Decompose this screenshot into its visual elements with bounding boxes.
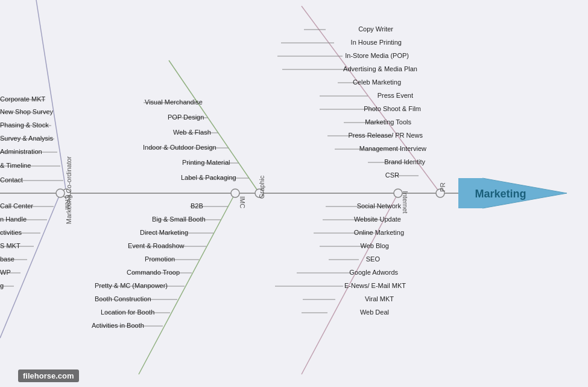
- svg-text:Marketing Co-ordinator: Marketing Co-ordinator: [65, 156, 72, 224]
- svg-text:Marketing: Marketing: [475, 188, 526, 200]
- label-copy-writer: Copy Writer: [358, 25, 393, 33]
- label-location-booth: Location for Booth: [101, 309, 154, 316]
- label-b2b: B2B: [191, 202, 203, 209]
- fishbone-svg: Marketing Co-ordinator Graphic PR CRM IM…: [0, 0, 588, 387]
- label-phasing: Phasing & Stock: [0, 121, 49, 129]
- label-press-release: Press Release/ PR News: [349, 132, 423, 139]
- label-photo-shoot: Photo Shoot & Film: [364, 105, 421, 112]
- label-corp-mkt: Corporate MKT: [0, 95, 45, 103]
- label-label-packaging: Label & Packaging: [181, 174, 236, 181]
- label-booth-construction: Booth Construction: [95, 295, 151, 302]
- label-promotion: Promotion: [145, 255, 175, 263]
- label-brand-identity: Brand Identity: [384, 158, 425, 165]
- label-web-deal: Web Deal: [360, 309, 389, 316]
- label-in-store-media: In-Store Media (POP): [345, 52, 409, 59]
- svg-text:Internet: Internet: [402, 191, 409, 213]
- svg-point-66: [394, 189, 402, 197]
- diagram-canvas: Marketing Co-ordinator Graphic PR CRM IM…: [0, 0, 588, 387]
- label-timeline: & Timeline: [0, 162, 31, 169]
- label-seo: SEO: [366, 255, 380, 263]
- label-event-roadshow: Event & Roadshow: [128, 242, 185, 249]
- label-wp: WP: [0, 269, 11, 276]
- label-g: g: [0, 282, 4, 289]
- label-activities: ctivities: [0, 229, 22, 236]
- svg-point-65: [231, 189, 239, 197]
- label-printing-material: Printing Material: [182, 159, 230, 166]
- label-press-event: Press Event: [378, 92, 413, 99]
- label-in-house-printing: In House Printing: [351, 39, 402, 46]
- label-celeb: Celeb Marketing: [353, 78, 401, 86]
- label-management-interview: Management Interview: [359, 145, 426, 152]
- label-base: base: [0, 255, 14, 263]
- label-smkt: S MKT: [0, 242, 21, 249]
- label-advertising: Advertising & Media Plan: [343, 65, 417, 72]
- svg-point-64: [56, 189, 65, 197]
- label-social-network: Social Network: [357, 202, 401, 209]
- label-web-flash: Web & Flash: [173, 129, 211, 136]
- label-new-shop: New Shop Survey: [0, 108, 53, 115]
- label-enews: E-News/ E-Mail MKT: [344, 282, 406, 289]
- svg-text:PR: PR: [439, 182, 446, 191]
- label-admin: Administration: [0, 148, 42, 155]
- svg-text:IMC: IMC: [239, 196, 246, 208]
- label-web-blog: Web Blog: [361, 242, 390, 249]
- label-pretty-mc: Pretty & MC (Manpower): [95, 282, 168, 289]
- watermark: filehorse.com: [18, 369, 79, 382]
- label-commando-troop: Commando Troop: [127, 269, 180, 276]
- label-visual-merchandise: Visual Merchandise: [145, 98, 203, 106]
- svg-text:CRM: CRM: [64, 194, 71, 209]
- label-activities-booth: Activities in Booth: [92, 322, 144, 329]
- label-marketing-tools: Marketing Tools: [365, 118, 411, 126]
- label-big-small-booth: Big & Small Booth: [152, 216, 206, 223]
- label-google-adwords: Google Adwords: [349, 269, 398, 276]
- label-website-update: Website Update: [354, 216, 401, 223]
- label-csr: CSR: [385, 171, 399, 179]
- label-online-marketing: Online Marketing: [354, 229, 404, 236]
- svg-text:Graphic: Graphic: [258, 175, 265, 199]
- label-contact: Contact: [0, 176, 23, 184]
- label-pop-design: POP Design: [168, 114, 204, 121]
- label-survey: Survey & Analysis: [0, 135, 53, 142]
- label-viral-mkt: Viral MKT: [365, 295, 394, 302]
- label-handle: n Handle: [0, 216, 27, 223]
- label-indoor-outdoor: Indoor & Outdoor Design: [143, 144, 217, 151]
- label-direct-marketing: Direct Marketing: [140, 229, 188, 236]
- label-call-center: Call Center: [0, 202, 33, 209]
